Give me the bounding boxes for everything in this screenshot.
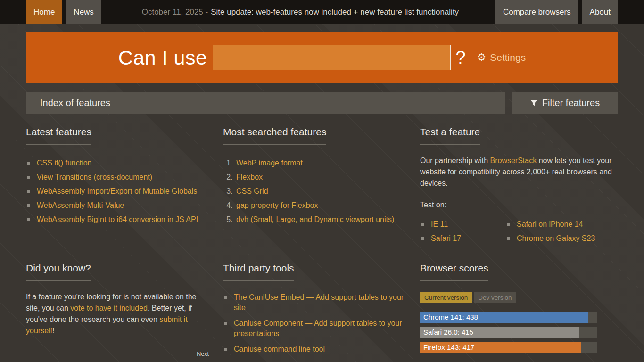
feature-link[interactable]: WebAssembly BigInt to i64 conversion in …: [37, 215, 198, 223]
score-bar-label: Firefox 143: 417: [423, 343, 474, 351]
list-item: Chrome on Galaxy S23: [506, 231, 618, 246]
list-item: Caniuse Component — Add support tables t…: [223, 318, 406, 344]
test-a-feature-section: Test a feature Our partnership with Brow…: [420, 126, 618, 246]
test-a-feature-heading: Test a feature: [420, 126, 480, 145]
third-party-tools-list: The CanIUse Embed — Add support tables t…: [223, 292, 406, 362]
site-update-link[interactable]: Site update: web-features now included +…: [211, 8, 459, 17]
latest-features-list: CSS if() function View Transitions (cros…: [26, 156, 209, 227]
device-link[interactable]: IE 11: [431, 220, 448, 228]
caniuse-home-page: Home News October 11, 2025 - Site update…: [0, 0, 644, 362]
dev-version-tab[interactable]: Dev version: [474, 292, 516, 303]
list-item: WebAssembly BigInt to i64 conversion in …: [26, 213, 209, 227]
score-bar-track: Firefox 143: 417: [420, 342, 597, 353]
test-devices-list: IE 11 Safari 17 Safari on iPhone 14 Chro…: [420, 217, 618, 246]
most-searched-section: Most searched features WebP image format…: [223, 126, 406, 227]
feature-search-input[interactable]: [213, 45, 451, 70]
settings-label: Settings: [490, 52, 526, 63]
list-item: CSS if() function: [26, 156, 209, 170]
site-update-banner: October 11, 2025 - Site update: web-feat…: [105, 0, 495, 24]
list-item: Caniuse command line tool: [223, 344, 406, 360]
list-item: Safari on iPhone 14: [506, 217, 618, 231]
most-searched-heading: Most searched features: [223, 126, 326, 145]
most-searched-list: WebP image format Flexbox CSS Grid gap p…: [223, 156, 406, 227]
feature-link[interactable]: Flexbox: [236, 173, 263, 181]
list-item: Doiuse...? — Lint your CSS to check what…: [223, 360, 406, 362]
settings-button[interactable]: ⚙ Settings: [477, 52, 526, 63]
browserstack-text: Our partnership with BrowserStack now le…: [420, 155, 618, 189]
content-grid: Latest features CSS if() function View T…: [26, 126, 618, 362]
list-item: CSS Grid: [235, 184, 406, 198]
nav-tab-news[interactable]: News: [66, 0, 101, 24]
nav-tab-compare-browsers[interactable]: Compare browsers: [495, 0, 578, 24]
score-bar-chrome: Chrome 141: 438: [420, 312, 588, 323]
third-party-tools-section: Third party tools The CanIUse Embed — Ad…: [223, 263, 406, 362]
index-of-features-title: Index of features: [40, 98, 110, 108]
browser-scores-section: Browser scores Current version Dev versi…: [420, 263, 618, 357]
index-row: Index of features Filter features: [26, 92, 618, 114]
top-nav-inner: Home News October 11, 2025 - Site update…: [26, 0, 618, 24]
nav-tab-about[interactable]: About: [582, 0, 618, 24]
list-item: IE 11: [420, 217, 506, 231]
filter-features-button[interactable]: Filter features: [512, 92, 618, 114]
list-item: dvh (Small, Large, and Dynamic viewport …: [235, 213, 406, 227]
filter-features-label: Filter features: [542, 98, 600, 108]
list-item: The CanIUse Embed — Add support tables t…: [223, 292, 406, 318]
score-bar-label: Safari 26.0: 415: [423, 328, 473, 336]
did-you-know-heading: Did you know?: [26, 263, 91, 281]
list-item: WebAssembly Multi-Value: [26, 198, 209, 213]
top-nav: Home News October 11, 2025 - Site update…: [0, 0, 644, 24]
score-version-tabs: Current version Dev version: [420, 292, 618, 303]
score-bar-label: Chrome 141: 438: [423, 313, 478, 321]
third-party-tools-heading: Third party tools: [223, 263, 294, 281]
score-bar-track: Safari 26.0: 415: [420, 327, 597, 338]
search-header: Can I use ? ⚙ Settings: [26, 32, 618, 83]
feature-link[interactable]: CSS Grid: [236, 187, 268, 195]
list-item: View Transitions (cross-document): [26, 170, 209, 184]
feature-link[interactable]: WebAssembly Multi-Value: [37, 201, 124, 209]
test-on-label: Test on:: [420, 199, 618, 211]
tool-link[interactable]: The CanIUse Embed — Add support tables t…: [234, 293, 404, 312]
device-link[interactable]: Chrome on Galaxy S23: [517, 234, 595, 242]
feature-link[interactable]: CSS if() function: [37, 159, 91, 167]
feature-link[interactable]: gap property for Flexbox: [236, 201, 318, 209]
did-you-know-text: If a feature you're looking for is not a…: [26, 291, 209, 337]
feature-link[interactable]: dvh (Small, Large, and Dynamic viewport …: [236, 215, 394, 223]
score-bar-safari: Safari 26.0: 415: [420, 327, 579, 338]
did-you-know-section: Did you know? If a feature you're lookin…: [26, 263, 209, 357]
tool-link[interactable]: Caniuse Component — Add support tables t…: [234, 319, 402, 337]
browser-scores-heading: Browser scores: [420, 263, 488, 281]
carousel-next-button[interactable]: Next: [26, 351, 209, 357]
list-item: WebAssembly Import/Export of Mutable Glo…: [26, 184, 209, 198]
browserstack-link[interactable]: BrowserStack: [490, 156, 537, 165]
search-help-button[interactable]: ?: [455, 48, 465, 68]
index-of-features-bar[interactable]: Index of features: [26, 92, 505, 114]
list-item: WebP image format: [235, 156, 406, 170]
tool-link[interactable]: Caniuse command line tool: [234, 345, 325, 353]
filter-icon: [530, 99, 537, 107]
site-title: Can I use: [118, 46, 207, 69]
list-item: Safari 17: [420, 231, 506, 246]
text: !: [52, 327, 54, 335]
list-item: Flexbox: [235, 170, 406, 184]
nav-tab-home[interactable]: Home: [26, 0, 62, 24]
feature-link[interactable]: WebAssembly Import/Export of Mutable Glo…: [37, 187, 197, 195]
feature-link[interactable]: WebP image format: [236, 159, 303, 167]
score-bar-firefox: Firefox 143: 417: [420, 342, 581, 353]
score-bar-track: Chrome 141: 438: [420, 312, 597, 323]
text: Our partnership with: [420, 156, 490, 165]
browser-scores-chart: Chrome 141: 438 Safari 26.0: 415 Firefox…: [420, 312, 618, 353]
current-version-tab[interactable]: Current version: [420, 292, 472, 303]
latest-features-section: Latest features CSS if() function View T…: [26, 126, 209, 227]
update-date: October 11, 2025 -: [142, 8, 208, 17]
list-item: gap property for Flexbox: [235, 198, 406, 213]
vote-link[interactable]: vote to have it included: [70, 304, 148, 312]
feature-link[interactable]: View Transitions (cross-document): [37, 173, 152, 181]
latest-features-heading: Latest features: [26, 126, 91, 145]
gear-icon: ⚙: [477, 52, 487, 63]
device-link[interactable]: Safari 17: [431, 234, 461, 242]
device-link[interactable]: Safari on iPhone 14: [517, 220, 583, 228]
